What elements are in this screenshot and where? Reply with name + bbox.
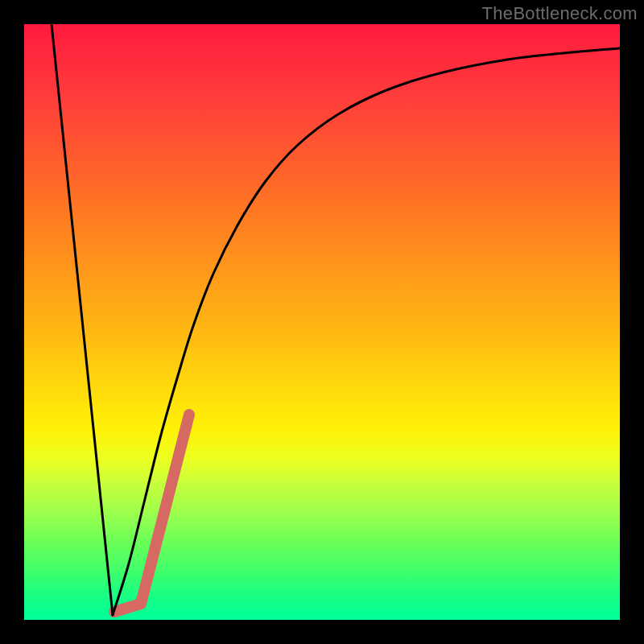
left-descending-line xyxy=(52,24,113,615)
chart-stage: TheBottleneck.com xyxy=(0,0,644,644)
highlight-segment xyxy=(114,415,189,612)
right-asymptote-curve xyxy=(113,48,620,615)
plot-area xyxy=(24,24,620,620)
watermark-text: TheBottleneck.com xyxy=(482,3,638,24)
curves-svg xyxy=(24,24,620,620)
